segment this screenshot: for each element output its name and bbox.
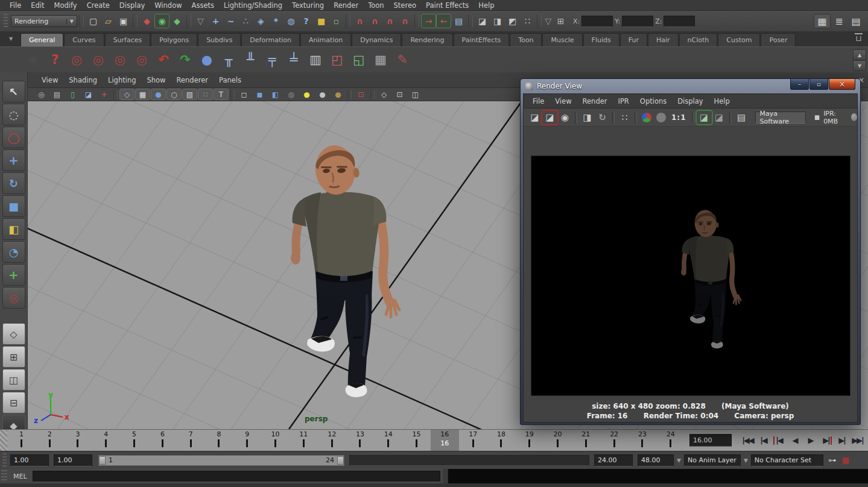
- snap-magnet-point-icon[interactable]: ∩: [382, 14, 398, 28]
- rgb-channels-icon[interactable]: [642, 113, 651, 122]
- panel-menu-item[interactable]: Panels: [214, 76, 247, 84]
- flat-shaded-icon[interactable]: ○: [166, 89, 182, 100]
- soft-modification-tool[interactable]: ◔: [2, 241, 25, 263]
- shelf-tab[interactable]: Muscle: [542, 33, 582, 46]
- current-time-field[interactable]: [689, 434, 732, 447]
- single-pane-layout-button[interactable]: ◇: [2, 323, 25, 345]
- timeline-frame[interactable]: 6 6: [148, 430, 177, 451]
- ipr-render-icon[interactable]: ◨: [490, 14, 505, 28]
- shelf-scroll-up-button[interactable]: ▲: [853, 49, 866, 60]
- bounding-box-icon[interactable]: ▧: [182, 89, 197, 100]
- alpha-channel-icon[interactable]: [656, 113, 666, 122]
- attribute-editor-icon[interactable]: ▦: [814, 14, 831, 28]
- textured-icon[interactable]: T: [214, 89, 229, 100]
- toolbar-grip[interactable]: [4, 14, 8, 28]
- construction-history-icon[interactable]: ▤: [451, 14, 466, 28]
- timeline-frame[interactable]: 9 9: [233, 430, 261, 451]
- range-end-handle[interactable]: [337, 456, 344, 465]
- timeline-frame[interactable]: 8 8: [205, 430, 233, 451]
- shelf-tab[interactable]: nCloth: [679, 33, 718, 46]
- light-off-icon[interactable]: ●: [331, 89, 346, 100]
- camera-track-icon[interactable]: ◎: [88, 49, 109, 70]
- menubar-item[interactable]: Edit: [26, 1, 49, 10]
- timeline-frame[interactable]: 5 5: [120, 430, 148, 451]
- chevron-down-icon[interactable]: ▼: [677, 457, 681, 463]
- last-tool-used[interactable]: ◎: [2, 287, 25, 309]
- shelf-tab-menu-arrow-icon[interactable]: ▼: [6, 35, 16, 42]
- universal-manipulator-tool[interactable]: ◧: [2, 218, 25, 240]
- render-view-menu-item[interactable]: File: [527, 97, 550, 105]
- step-back-key-button[interactable]: |◀: [771, 432, 787, 450]
- render-current-frame-icon[interactable]: ◪: [475, 14, 490, 28]
- shelf-tab[interactable]: Dynamics: [352, 33, 401, 46]
- menubar-item[interactable]: Texturing: [287, 1, 329, 10]
- hierarchy-parent-icon[interactable]: ╥: [218, 49, 239, 70]
- frame-strip[interactable]: 1 1 2 2 3 3 4 4 5: [7, 430, 685, 451]
- isolate-select-icon[interactable]: ⊡: [353, 89, 369, 100]
- select-tool[interactable]: ↖: [2, 81, 25, 102]
- pan-zoom-icon[interactable]: +: [97, 89, 112, 100]
- playback-end-field[interactable]: [594, 454, 633, 467]
- coord-input[interactable]: [581, 16, 613, 27]
- panel-menu-item[interactable]: Lighting: [103, 76, 141, 84]
- multi-pane-icon[interactable]: ◫: [408, 89, 423, 100]
- grid-icon[interactable]: ⊞: [553, 14, 568, 28]
- shelf-tab[interactable]: Hair: [648, 33, 679, 46]
- shelf-tab[interactable]: PaintEffects: [454, 33, 510, 46]
- renderer-dropdown[interactable]: Maya Software: [755, 112, 806, 124]
- snap-magnet-curve-icon[interactable]: ∩: [367, 14, 382, 28]
- shelf-tab[interactable]: General: [21, 33, 63, 46]
- set-key-icon[interactable]: ⊶: [827, 455, 838, 466]
- snap-to-grid-icon[interactable]: +: [208, 14, 223, 28]
- node-editor-icon[interactable]: ▥: [305, 49, 326, 70]
- timeline-frame[interactable]: 14 14: [374, 430, 402, 451]
- xray-icon[interactable]: ▦: [135, 89, 150, 100]
- bookmark-icon[interactable]: ▯: [65, 89, 80, 100]
- pause-ipr-icon[interactable]: ▮▮: [814, 114, 819, 121]
- panel-menu-item[interactable]: Show: [142, 76, 171, 84]
- scale-tool[interactable]: ■: [2, 195, 25, 217]
- timeline-frame[interactable]: 21 21: [572, 430, 600, 451]
- maximize-button[interactable]: ▫: [809, 79, 828, 90]
- menubar-item[interactable]: Help: [474, 1, 499, 10]
- smooth-shaded-icon[interactable]: ●: [151, 89, 166, 100]
- render-view-menu-item[interactable]: Help: [709, 97, 735, 105]
- panel-menu-item[interactable]: View: [36, 76, 63, 84]
- timeline-frame[interactable]: 18 18: [487, 430, 516, 451]
- timeline-frame[interactable]: 22 22: [600, 430, 629, 451]
- snap-filter-icon[interactable]: ▽: [193, 14, 208, 28]
- four-pane-layout-button[interactable]: ⊞: [2, 346, 25, 368]
- camera-attributes-icon[interactable]: ▤: [49, 89, 65, 100]
- character-model[interactable]: [265, 139, 422, 398]
- new-scene-icon[interactable]: ▢: [86, 14, 101, 28]
- render-region-icon[interactable]: ∷: [617, 111, 632, 124]
- render-settings-icon[interactable]: ▤: [734, 111, 749, 124]
- menubar-item[interactable]: Stereo: [389, 1, 421, 10]
- shelf-tab[interactable]: Curves: [64, 33, 104, 46]
- command-line-grip[interactable]: [1, 470, 7, 482]
- default-material-icon[interactable]: ◻: [236, 89, 252, 100]
- menubar-item[interactable]: File: [5, 1, 26, 10]
- save-scene-icon[interactable]: ▣: [116, 14, 131, 28]
- ipr-render-icon[interactable]: ◨: [580, 111, 595, 124]
- step-forward-frame-button[interactable]: ▶|: [834, 432, 849, 450]
- snapshot-icon[interactable]: ◉: [557, 111, 572, 124]
- keep-image-icon[interactable]: ◪: [697, 111, 712, 124]
- highlight-selection-icon[interactable]: ▫: [329, 14, 344, 28]
- menubar-item[interactable]: Create: [82, 1, 115, 10]
- playback-range-slider[interactable]: 1 24: [98, 455, 344, 466]
- overlap-panes-icon[interactable]: ⊡: [392, 89, 407, 100]
- ipr-region-icon[interactable]: [851, 113, 857, 121]
- light-default-icon[interactable]: ●: [315, 89, 330, 100]
- step-forward-key-button[interactable]: ▶|: [819, 432, 834, 450]
- lock-icon[interactable]: ■: [314, 14, 329, 28]
- wireframe-icon[interactable]: ◇: [119, 89, 135, 100]
- render-sequence-icon[interactable]: ∷: [520, 14, 535, 28]
- command-splitter-handle[interactable]: [443, 469, 448, 483]
- timeline-frame[interactable]: 17 17: [459, 430, 487, 451]
- hierarchy-ungroup-icon[interactable]: ╧: [284, 49, 304, 70]
- timeline-frame[interactable]: 10 10: [261, 430, 290, 451]
- timeline-frame[interactable]: 19 19: [515, 430, 543, 451]
- auto-keyframe-icon[interactable]: ▦: [840, 455, 851, 466]
- timeline-frame[interactable]: 12 12: [318, 430, 346, 451]
